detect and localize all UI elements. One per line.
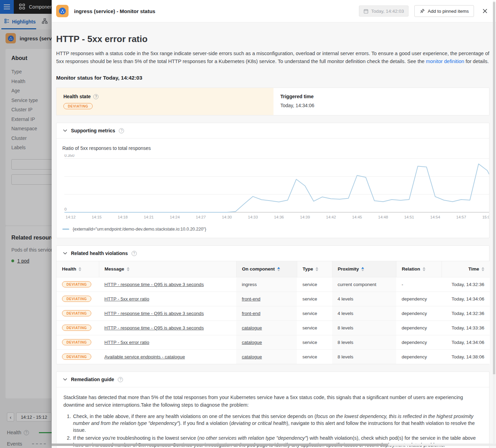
section-title: Related health violations <box>71 251 128 256</box>
table-cell: DEVIATING <box>56 306 99 320</box>
horizontal-scrollbar[interactable] <box>52 444 496 446</box>
column-header-message[interactable]: Message <box>99 261 236 277</box>
remediation-step: If the service you're troubleshooting is… <box>72 435 482 448</box>
remediation-guide-body: StackState has detected that more than 5… <box>56 387 489 448</box>
table-cell: dependency <box>396 306 442 320</box>
table-cell: catalogue <box>236 335 297 349</box>
component-name: ingress <box>242 282 257 287</box>
health-state-label: Health state <box>63 94 91 99</box>
violation-message-link[interactable]: HTTP - response time - Q95 is above 3 se… <box>104 325 204 330</box>
remediation-intro: StackState has detected that more than 5… <box>63 394 482 409</box>
violations-table: HealthMessageOn componentTypeProximityRe… <box>56 261 490 364</box>
health-status-badge: DEVIATING <box>62 310 91 316</box>
health-state-panel: Health state ? DEVIATING Triggered time … <box>56 88 489 115</box>
horizontal-scrollbar-thumb[interactable] <box>52 444 388 446</box>
triggered-time-label: Triggered time <box>280 94 482 99</box>
help-icon[interactable]: ? <box>93 94 99 99</box>
table-cell: Today, 14:34:06 <box>442 292 490 306</box>
column-label: Message <box>105 266 124 272</box>
column-header-type[interactable]: Type <box>297 261 332 277</box>
column-label: Type <box>303 266 313 272</box>
violation-message-link[interactable]: HTTP - 5xx error ratio <box>104 296 149 302</box>
svg-text:15:00: 15:00 <box>482 215 489 219</box>
svg-text:14:39: 14:39 <box>300 215 310 219</box>
component-link[interactable]: catalogue <box>242 340 262 345</box>
health-status-badge: DEVIATING <box>62 339 91 345</box>
remediation-guide-header[interactable]: Remediation guide ? <box>56 372 489 387</box>
legend-series-label: {externalId="urn:endpoint:/demo-dev.demo… <box>73 227 206 232</box>
table-cell: Today, 14:32:36 <box>442 306 490 320</box>
column-header-relation[interactable]: Relation <box>396 261 442 277</box>
calendar-icon <box>363 9 369 14</box>
table-cell: front-end <box>236 306 297 320</box>
component-link[interactable]: front-end <box>242 296 260 302</box>
close-icon[interactable] <box>482 8 488 14</box>
svg-text:14:24: 14:24 <box>170 215 180 219</box>
help-icon[interactable]: ? <box>132 251 137 256</box>
component-link[interactable]: front-end <box>242 311 260 316</box>
vertical-scrollbar-thumb[interactable] <box>493 2 495 374</box>
column-header-proximity[interactable]: Proximity <box>332 261 396 277</box>
help-icon[interactable]: ? <box>119 128 124 133</box>
triggered-time-cell: Triggered time Today, 14:34:06 <box>273 88 489 115</box>
line-chart[interactable]: 0.350014:1214:1514:1814:2114:2414:2714:3… <box>56 154 489 222</box>
table-row: DEVIATINGHTTP - response time - Q95 is a… <box>56 306 490 320</box>
table-cell: DEVIATING <box>56 335 99 349</box>
svg-text:14:18: 14:18 <box>118 215 128 219</box>
health-state-cell: Health state ? DEVIATING <box>56 88 273 115</box>
table-cell: catalogue <box>236 320 297 335</box>
column-header-on-component[interactable]: On component <box>236 261 297 277</box>
monitor-status-modal: ingress (service) - Monitor status Today… <box>52 0 496 448</box>
table-cell: Today, 14:32:36 <box>442 277 490 292</box>
vertical-scrollbar[interactable] <box>493 1 495 444</box>
table-cell: 4 levels <box>332 306 396 320</box>
table-cell: dependency <box>396 320 442 335</box>
violation-message-link[interactable]: HTTP - 5xx error ratio <box>104 340 149 345</box>
svg-text:14:21: 14:21 <box>144 215 154 219</box>
violation-message-link[interactable]: HTTP - response time - Q95 is above 3 se… <box>104 311 204 316</box>
section-title: Remediation guide <box>71 377 114 382</box>
table-cell: 8 levels <box>332 335 396 349</box>
table-cell: DEVIATING <box>56 349 99 364</box>
svg-text:14:12: 14:12 <box>66 215 76 219</box>
monitor-description: HTTP responses with a status code in the… <box>56 50 489 65</box>
section-title: Supporting metrics <box>71 128 115 133</box>
table-cell: service <box>297 306 332 320</box>
svg-text:14:45: 14:45 <box>352 215 362 219</box>
table-cell: current component <box>332 277 396 292</box>
column-header-health[interactable]: Health <box>56 261 99 277</box>
svg-text:14:42: 14:42 <box>326 215 336 219</box>
svg-text:14:36: 14:36 <box>274 215 284 219</box>
sort-arrows-icon <box>423 267 425 271</box>
chart-title: Ratio of 5xx responses to total response… <box>56 145 489 151</box>
supporting-metrics-header[interactable]: Supporting metrics ? <box>56 123 489 139</box>
metrics-chart: Ratio of 5xx responses to total response… <box>56 139 489 238</box>
help-icon[interactable]: ? <box>118 377 123 382</box>
table-cell: 8 levels <box>332 320 396 335</box>
table-cell: catalogue <box>236 349 297 364</box>
violation-message-link[interactable]: HTTP - response time - Q95 is above 3 se… <box>104 282 204 287</box>
component-link[interactable]: catalogue <box>242 354 262 359</box>
table-cell: dependency <box>396 349 442 364</box>
column-label: On component <box>242 266 275 272</box>
related-health-violations-header[interactable]: Related health violations ? <box>56 246 489 261</box>
table-cell: Available service endpoints - catalogue <box>99 349 236 364</box>
chevron-down-icon <box>63 378 67 381</box>
table-cell: Today, 14:34:06 <box>442 335 490 349</box>
table-row: DEVIATINGHTTP - 5xx error ratiofront-end… <box>56 292 490 306</box>
column-label: Relation <box>402 266 420 272</box>
table-cell: service <box>297 292 332 306</box>
service-icon <box>56 5 69 17</box>
datetime-picker-button[interactable]: Today, 14:42:03 <box>359 6 409 17</box>
column-header-time[interactable]: Time <box>442 261 490 277</box>
table-cell: dependency <box>396 335 442 349</box>
triggered-time-value: Today, 14:34:06 <box>280 103 482 108</box>
violation-message-link[interactable]: Available service endpoints - catalogue <box>104 354 185 359</box>
component-link[interactable]: catalogue <box>242 325 262 330</box>
table-cell: service <box>297 335 332 349</box>
table-cell: service <box>297 349 332 364</box>
add-to-pinned-button[interactable]: Add to pinned items <box>414 5 474 17</box>
table-cell: HTTP - response time - Q95 is above 3 se… <box>99 320 236 335</box>
health-status-badge: DEVIATING <box>62 281 91 287</box>
monitor-definition-link[interactable]: monitor definition <box>426 59 464 64</box>
